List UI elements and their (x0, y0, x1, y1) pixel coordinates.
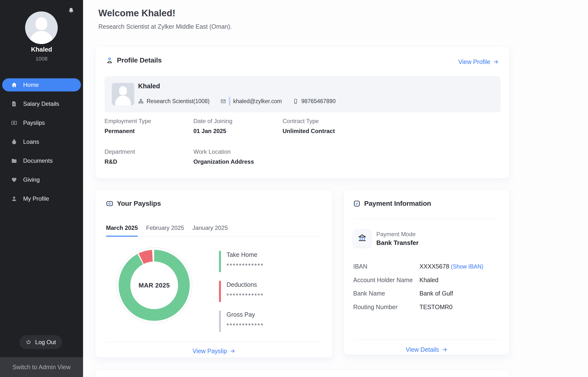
legend-take-home: Take Home ************ (219, 251, 264, 272)
bank-icon-tile (353, 229, 371, 247)
divider (104, 342, 322, 342)
sidebar-employee-id: 1008 (0, 56, 83, 62)
payslip-banknote-icon (106, 200, 113, 207)
page-subtitle: Research Scientist at Zylker Middle East… (98, 23, 232, 30)
email-item: khaled@zylker.com (220, 97, 282, 106)
designation-text: Research Scientist(1008) (147, 98, 210, 105)
my-profile-icon (11, 196, 17, 202)
sidebar-item-label: Home (23, 82, 39, 88)
sidebar-item-giving[interactable]: Giving (2, 173, 81, 186)
text-cursor (229, 97, 230, 106)
field-contract-type: Contract Type Unlimited Contract (283, 118, 335, 134)
mobile-phone-icon (293, 98, 298, 104)
designation-item: Research Scientist(1008) (138, 98, 210, 105)
payment-mode-value: Bank Transfer (376, 239, 418, 247)
phone-item: 98765467890 (293, 98, 336, 105)
phone-text: 98765467890 (301, 98, 336, 105)
arrow-right-icon (442, 347, 448, 353)
payment-checkbox-icon (353, 200, 361, 207)
gross-pay-color-bar (219, 311, 221, 332)
profile-details-card: Profile Details View Profile Khaled Rese… (95, 47, 510, 178)
donut-center-label: MAR 2025 (138, 282, 170, 289)
app-window: Khaled 1008 Home Salary Details Payslips (0, 0, 588, 377)
payslips-card: Your Payslips March 2025 February 2025 J… (95, 190, 333, 358)
profile-summary-panel: Khaled Research Scientist(1008) khaled@ (104, 76, 500, 112)
sidebar-item-label: Salary Details (23, 100, 59, 107)
legend-deductions: Deductions ************ (219, 281, 264, 302)
divider (353, 219, 500, 219)
sidebar-item-my-profile[interactable]: My Profile (2, 192, 81, 205)
payslips-icon (11, 120, 17, 126)
sidebar-item-home[interactable]: Home (2, 78, 81, 92)
main-content: Welcome Khaled! Research Scientist at Zy… (83, 0, 588, 377)
tab-march-2025[interactable]: March 2025 (106, 224, 138, 236)
field-employment-type: Employment Type Permanent (104, 118, 151, 134)
view-details-link[interactable]: View Details (406, 346, 447, 353)
payslip-month-tabs: March 2025 February 2025 January 2025 (106, 224, 322, 237)
profile-person-icon (106, 57, 113, 64)
field-date-of-joining: Date of Joining 01 Jan 2025 (193, 118, 232, 134)
sidebar-item-salary-details[interactable]: Salary Details (2, 97, 81, 110)
view-profile-link[interactable]: View Profile (458, 58, 499, 65)
divider (353, 339, 500, 340)
sidebar-item-documents[interactable]: Documents (2, 154, 81, 167)
loans-icon (11, 139, 17, 145)
arrow-right-icon (493, 59, 499, 65)
show-iban-link[interactable]: (Show IBAN) (451, 263, 483, 270)
sidebar-user-name: Khaled (0, 46, 83, 53)
page-title: Welcome Khaled! (98, 8, 175, 19)
sidebar: Khaled 1008 Home Salary Details Payslips (0, 0, 83, 377)
next-section-card-partial (95, 369, 510, 377)
giving-heart-icon (11, 177, 17, 183)
user-avatar (25, 12, 58, 44)
profile-card-title: Profile Details (117, 57, 162, 64)
deductions-color-bar (219, 281, 221, 302)
sidebar-item-payslips[interactable]: Payslips (2, 116, 81, 130)
field-work-location: Work Location Organization Address (193, 148, 254, 165)
payment-information-card: Payment Information Payment Mode Bank Tr… (343, 190, 510, 355)
documents-icon (11, 158, 17, 164)
profile-avatar (112, 83, 134, 105)
email-text: khaled@zylker.com (233, 98, 282, 105)
logout-label: Log Out (35, 339, 56, 346)
view-payslip-link[interactable]: View Payslip (192, 348, 235, 355)
sidebar-item-label: My Profile (23, 195, 49, 202)
power-icon (25, 339, 31, 345)
payslips-card-title: Your Payslips (117, 200, 161, 207)
notifications-bell-icon[interactable] (68, 7, 74, 14)
sidebar-item-label: Documents (23, 157, 53, 164)
switch-to-admin-view-button[interactable]: Switch to Admin View (0, 357, 83, 377)
sidebar-item-loans[interactable]: Loans (2, 135, 81, 148)
sidebar-nav: Home Salary Details Payslips Loans (2, 78, 81, 211)
arrow-right-icon (230, 348, 235, 354)
tab-january-2025[interactable]: January 2025 (192, 224, 228, 236)
sidebar-item-label: Loans (23, 138, 39, 145)
iban-value: XXXX5678 (419, 263, 449, 270)
home-icon (11, 82, 17, 88)
profile-name: Khaled (138, 82, 160, 90)
email-envelope-icon (220, 98, 226, 104)
sidebar-item-label: Giving (23, 176, 40, 183)
payment-mode-label: Payment Mode (376, 231, 415, 238)
tab-february-2025[interactable]: February 2025 (146, 224, 184, 236)
field-department: Department R&D (104, 148, 135, 165)
legend-gross-pay: Gross Pay ************ (219, 311, 264, 332)
sidebar-item-label: Payslips (23, 119, 45, 126)
salary-details-icon (11, 101, 17, 107)
org-hierarchy-icon (138, 98, 144, 104)
logout-button[interactable]: Log Out (20, 335, 62, 349)
payslip-donut-chart: MAR 2025 (119, 250, 190, 321)
take-home-color-bar (219, 251, 221, 272)
bank-building-icon (357, 233, 367, 243)
payment-card-title: Payment Information (364, 200, 431, 207)
